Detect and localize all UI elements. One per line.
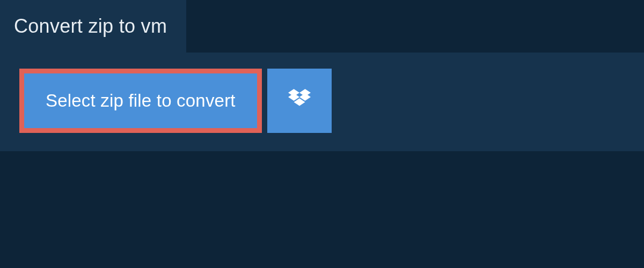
- page-title: Convert zip to vm: [14, 15, 167, 38]
- tab-header: Convert zip to vm: [0, 0, 186, 53]
- select-file-button[interactable]: Select zip file to convert: [19, 69, 262, 133]
- button-row: Select zip file to convert: [19, 69, 625, 133]
- dropbox-icon: [288, 89, 311, 113]
- upload-panel: Select zip file to convert: [0, 53, 644, 151]
- dropbox-button[interactable]: [267, 69, 332, 133]
- select-file-label: Select zip file to convert: [46, 91, 236, 111]
